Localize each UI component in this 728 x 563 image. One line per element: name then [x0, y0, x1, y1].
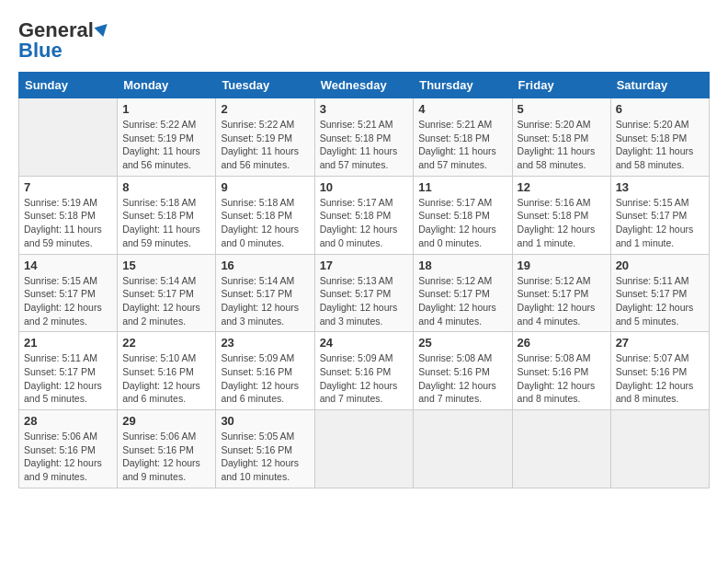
column-header-tuesday: Tuesday: [216, 73, 314, 98]
calendar-cell: [19, 98, 118, 177]
day-number: 8: [122, 180, 210, 194]
day-number: 26: [518, 336, 606, 350]
day-info: Sunrise: 5:14 AMSunset: 5:17 PMDaylight:…: [122, 274, 210, 328]
calendar-cell: 13Sunrise: 5:15 AMSunset: 5:17 PMDayligh…: [610, 176, 709, 254]
day-info: Sunrise: 5:13 AMSunset: 5:17 PMDaylight:…: [320, 274, 409, 328]
calendar-cell: 17Sunrise: 5:13 AMSunset: 5:17 PMDayligh…: [314, 254, 414, 332]
day-number: 17: [320, 259, 409, 272]
day-number: 9: [221, 180, 309, 194]
column-header-friday: Friday: [512, 73, 610, 98]
calendar-cell: 4Sunrise: 5:21 AMSunset: 5:18 PMDaylight…: [414, 98, 512, 177]
day-info: Sunrise: 5:21 AMSunset: 5:18 PMDaylight:…: [320, 118, 409, 172]
calendar-cell: 29Sunrise: 5:06 AMSunset: 5:16 PMDayligh…: [118, 410, 216, 488]
calendar-cell: 10Sunrise: 5:17 AMSunset: 5:18 PMDayligh…: [314, 176, 414, 254]
day-info: Sunrise: 5:22 AMSunset: 5:19 PMDaylight:…: [122, 118, 210, 172]
column-header-wednesday: Wednesday: [314, 73, 414, 98]
calendar-cell: 12Sunrise: 5:16 AMSunset: 5:18 PMDayligh…: [512, 176, 610, 254]
day-number: 20: [616, 259, 704, 272]
day-number: 11: [418, 180, 506, 194]
day-number: 21: [24, 336, 112, 350]
calendar-cell: [314, 410, 414, 488]
day-info: Sunrise: 5:08 AMSunset: 5:16 PMDaylight:…: [518, 351, 606, 406]
day-info: Sunrise: 5:15 AMSunset: 5:17 PMDaylight:…: [616, 196, 704, 250]
day-info: Sunrise: 5:22 AMSunset: 5:19 PMDaylight:…: [221, 118, 309, 172]
day-number: 30: [221, 414, 309, 428]
calendar-week-4: 21Sunrise: 5:11 AMSunset: 5:17 PMDayligh…: [19, 332, 710, 410]
calendar-cell: 14Sunrise: 5:15 AMSunset: 5:17 PMDayligh…: [19, 254, 118, 332]
calendar-cell: 25Sunrise: 5:08 AMSunset: 5:16 PMDayligh…: [414, 332, 512, 410]
day-number: 24: [320, 336, 409, 350]
column-header-saturday: Saturday: [610, 73, 709, 98]
calendar-cell: 6Sunrise: 5:20 AMSunset: 5:18 PMDaylight…: [610, 98, 709, 177]
day-number: 18: [418, 259, 506, 272]
day-number: 14: [24, 259, 112, 272]
calendar-cell: 18Sunrise: 5:12 AMSunset: 5:17 PMDayligh…: [414, 254, 512, 332]
calendar-cell: 1Sunrise: 5:22 AMSunset: 5:19 PMDaylight…: [118, 98, 216, 177]
calendar-header-row: SundayMondayTuesdayWednesdayThursdayFrid…: [19, 73, 710, 98]
calendar-cell: 11Sunrise: 5:17 AMSunset: 5:18 PMDayligh…: [414, 176, 512, 254]
day-info: Sunrise: 5:21 AMSunset: 5:18 PMDaylight:…: [418, 118, 506, 172]
calendar-week-2: 7Sunrise: 5:19 AMSunset: 5:18 PMDaylight…: [19, 176, 710, 254]
logo-icon: [94, 18, 111, 36]
day-info: Sunrise: 5:12 AMSunset: 5:17 PMDaylight:…: [518, 274, 606, 328]
day-number: 27: [616, 336, 704, 350]
day-number: 5: [518, 102, 606, 116]
day-number: 29: [122, 414, 210, 428]
day-number: 15: [122, 259, 210, 272]
calendar-cell: 30Sunrise: 5:05 AMSunset: 5:16 PMDayligh…: [216, 410, 314, 488]
day-info: Sunrise: 5:18 AMSunset: 5:18 PMDaylight:…: [221, 196, 309, 250]
calendar-cell: 2Sunrise: 5:22 AMSunset: 5:19 PMDaylight…: [216, 98, 314, 177]
calendar-cell: 8Sunrise: 5:18 AMSunset: 5:18 PMDaylight…: [118, 176, 216, 254]
calendar-cell: 21Sunrise: 5:11 AMSunset: 5:17 PMDayligh…: [19, 332, 118, 410]
day-number: 4: [418, 102, 506, 116]
day-info: Sunrise: 5:06 AMSunset: 5:16 PMDaylight:…: [122, 430, 210, 484]
logo: General Blue: [18, 18, 109, 63]
day-info: Sunrise: 5:20 AMSunset: 5:18 PMDaylight:…: [518, 118, 606, 172]
calendar-cell: 15Sunrise: 5:14 AMSunset: 5:17 PMDayligh…: [118, 254, 216, 332]
day-number: 28: [24, 414, 112, 428]
day-info: Sunrise: 5:05 AMSunset: 5:16 PMDaylight:…: [221, 430, 309, 484]
day-info: Sunrise: 5:07 AMSunset: 5:16 PMDaylight:…: [616, 351, 704, 406]
calendar-week-5: 28Sunrise: 5:06 AMSunset: 5:16 PMDayligh…: [19, 410, 710, 488]
day-info: Sunrise: 5:18 AMSunset: 5:18 PMDaylight:…: [122, 196, 210, 250]
day-info: Sunrise: 5:09 AMSunset: 5:16 PMDaylight:…: [320, 351, 409, 406]
calendar-cell: [414, 410, 512, 488]
calendar-cell: 3Sunrise: 5:21 AMSunset: 5:18 PMDaylight…: [314, 98, 414, 177]
day-number: 6: [616, 102, 704, 116]
day-number: 22: [122, 336, 210, 350]
day-number: 25: [418, 336, 506, 350]
day-number: 13: [616, 180, 704, 194]
day-number: 16: [221, 259, 309, 272]
day-number: 12: [518, 180, 606, 194]
day-number: 2: [221, 102, 309, 116]
calendar-week-3: 14Sunrise: 5:15 AMSunset: 5:17 PMDayligh…: [19, 254, 710, 332]
day-info: Sunrise: 5:17 AMSunset: 5:18 PMDaylight:…: [320, 196, 409, 250]
column-header-thursday: Thursday: [414, 73, 512, 98]
day-number: 10: [320, 180, 409, 194]
calendar-cell: 16Sunrise: 5:14 AMSunset: 5:17 PMDayligh…: [216, 254, 314, 332]
calendar-cell: 19Sunrise: 5:12 AMSunset: 5:17 PMDayligh…: [512, 254, 610, 332]
day-info: Sunrise: 5:08 AMSunset: 5:16 PMDaylight:…: [418, 351, 506, 406]
calendar-cell: 28Sunrise: 5:06 AMSunset: 5:16 PMDayligh…: [19, 410, 118, 488]
day-info: Sunrise: 5:16 AMSunset: 5:18 PMDaylight:…: [518, 196, 606, 250]
calendar-table: SundayMondayTuesdayWednesdayThursdayFrid…: [18, 72, 710, 488]
calendar-cell: 22Sunrise: 5:10 AMSunset: 5:16 PMDayligh…: [118, 332, 216, 410]
day-info: Sunrise: 5:11 AMSunset: 5:17 PMDaylight:…: [616, 274, 704, 328]
logo-blue-text: Blue: [18, 39, 63, 63]
calendar-week-1: 1Sunrise: 5:22 AMSunset: 5:19 PMDaylight…: [19, 98, 710, 177]
day-info: Sunrise: 5:19 AMSunset: 5:18 PMDaylight:…: [24, 196, 112, 250]
day-info: Sunrise: 5:11 AMSunset: 5:17 PMDaylight:…: [24, 351, 112, 406]
day-info: Sunrise: 5:06 AMSunset: 5:16 PMDaylight:…: [24, 430, 112, 484]
day-number: 1: [122, 102, 210, 116]
day-number: 3: [320, 102, 409, 116]
column-header-monday: Monday: [118, 73, 216, 98]
day-number: 7: [24, 180, 112, 194]
day-number: 23: [221, 336, 309, 350]
day-info: Sunrise: 5:14 AMSunset: 5:17 PMDaylight:…: [221, 274, 309, 328]
calendar-cell: 26Sunrise: 5:08 AMSunset: 5:16 PMDayligh…: [512, 332, 610, 410]
calendar-cell: [512, 410, 610, 488]
calendar-cell: [610, 410, 709, 488]
calendar-cell: 24Sunrise: 5:09 AMSunset: 5:16 PMDayligh…: [314, 332, 414, 410]
page-header: General Blue: [18, 18, 710, 63]
calendar-cell: 20Sunrise: 5:11 AMSunset: 5:17 PMDayligh…: [610, 254, 709, 332]
